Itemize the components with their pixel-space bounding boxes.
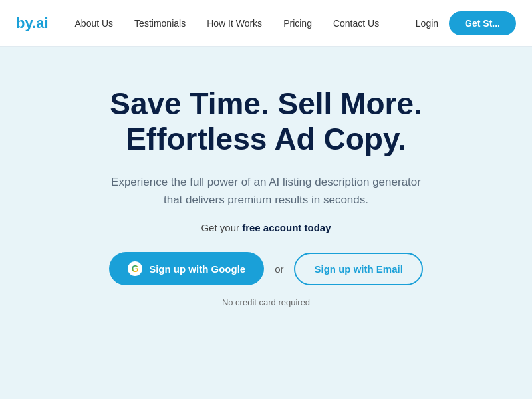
hero-title-line1: Save Time. Sell More. xyxy=(110,86,422,121)
nav-right: Login Get St... xyxy=(416,11,516,35)
hero-title-line2: Effortless Ad Copy. xyxy=(126,122,406,156)
free-account-bold: free account today xyxy=(242,222,331,233)
get-started-button[interactable]: Get St... xyxy=(449,11,516,35)
nav-contact-us[interactable]: Contact Us xyxy=(333,18,379,29)
login-link[interactable]: Login xyxy=(416,18,438,29)
hero-section: Save Time. Sell More. Effortless Ad Copy… xyxy=(0,47,532,334)
nav-how-it-works[interactable]: How It Works xyxy=(207,18,262,29)
nav-pricing[interactable]: Pricing xyxy=(283,18,312,29)
nav-testimonials[interactable]: Testimonials xyxy=(134,18,186,29)
or-divider: or xyxy=(275,263,283,275)
free-account-text: Get your free account today xyxy=(201,222,331,233)
google-signup-label: Sign up with Google xyxy=(149,263,245,275)
nav-about-us[interactable]: About Us xyxy=(75,18,114,29)
logo: by.ai xyxy=(16,15,49,32)
google-signup-button[interactable]: G Sign up with Google xyxy=(109,252,264,285)
nav-links: About Us Testimonials How It Works Prici… xyxy=(75,18,416,29)
email-signup-label: Sign up with Email xyxy=(314,263,402,275)
logo-text: by.ai xyxy=(16,15,49,31)
no-credit-text: No credit card required xyxy=(222,297,310,307)
cta-row: G Sign up with Google or Sign up with Em… xyxy=(109,252,423,285)
email-signup-button[interactable]: Sign up with Email xyxy=(294,253,422,285)
hero-title: Save Time. Sell More. Effortless Ad Copy… xyxy=(110,86,422,157)
navbar: by.ai About Us Testimonials How It Works… xyxy=(0,0,532,47)
free-account-prefix: Get your xyxy=(201,222,242,233)
google-icon: G xyxy=(128,261,142,276)
hero-subtitle: Experience the full power of an AI listi… xyxy=(106,173,426,209)
